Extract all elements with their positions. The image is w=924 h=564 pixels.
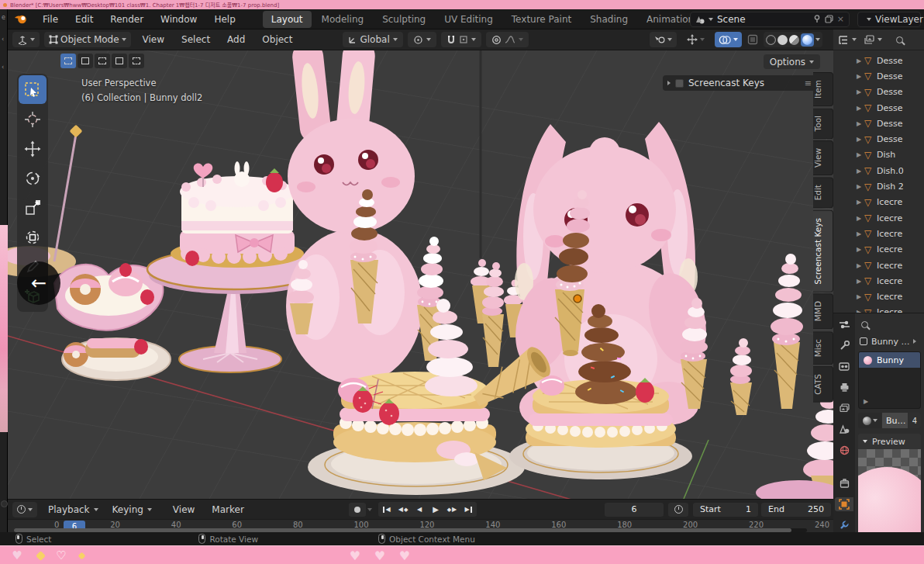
outliner-filter-icon[interactable]: [864, 35, 874, 44]
material-slot-active[interactable]: Bunny: [859, 352, 920, 368]
slot-list-expand-icon[interactable]: ▶: [864, 398, 868, 405]
outliner-item[interactable]: ▶ ▽ Icecre: [833, 273, 924, 289]
taskbar-heart-outline-icon[interactable]: ♡: [53, 546, 70, 564]
shading-rendered-active[interactable]: [801, 33, 814, 47]
outliner-item[interactable]: ▶ ▽ Icecre: [833, 289, 924, 304]
screencast-keys-checkbox[interactable]: [675, 79, 684, 88]
pin-icon[interactable]: [813, 15, 821, 23]
tool-select-box[interactable]: [19, 75, 47, 104]
tab-view-layer[interactable]: [835, 401, 853, 415]
sidebar-tab[interactable]: Item: [813, 72, 833, 106]
next-keyframe-button[interactable]: ◆▶: [444, 503, 460, 516]
window-titlebar[interactable]: Blender* [C:₩Users₩hww₩Desktop₩101 class…: [0, 0, 924, 9]
outliner-item[interactable]: ▶ ▽ Icecre: [833, 226, 924, 241]
sidebar-tab[interactable]: Edit: [813, 177, 833, 208]
material-browse-button[interactable]: [858, 413, 881, 428]
tab-world[interactable]: [835, 443, 853, 457]
outliner-item[interactable]: ▶ ▽ Icecre: [833, 242, 924, 258]
disclosure-arrow-icon[interactable]: ▶: [857, 293, 864, 300]
breadcrumb-object-name[interactable]: Bunny …: [871, 337, 909, 347]
timeline-menu[interactable]: Keying: [106, 502, 158, 517]
blender-logo-icon[interactable]: [14, 13, 28, 25]
taskbar-start-heart-icon[interactable]: ♥: [8, 546, 26, 564]
timeline-menu[interactable]: Playback: [42, 502, 105, 517]
screencast-keys-panel[interactable]: Screencast Keys ≡: [663, 75, 816, 91]
overlays-toggle[interactable]: [715, 32, 742, 47]
editor-type-button[interactable]: [835, 317, 853, 331]
disclosure-arrow-icon[interactable]: ▶: [857, 57, 864, 64]
select-mode-invert[interactable]: [112, 54, 127, 68]
tab-collection[interactable]: [835, 476, 853, 490]
disclosure-arrow-icon[interactable]: ▶: [857, 215, 864, 222]
sidebar-tab[interactable]: Screencast Keys: [813, 210, 833, 292]
viewport-menu-item[interactable]: Add: [220, 32, 252, 47]
preview-panel-header[interactable]: Preview: [858, 434, 921, 449]
prev-keyframe-button[interactable]: ◀◆: [395, 503, 411, 516]
outliner-item[interactable]: ▶ ▽ Dish.0: [833, 163, 924, 178]
shading-wireframe-icon[interactable]: [766, 35, 776, 45]
unlink-scene-icon[interactable]: ×: [837, 14, 844, 24]
outliner-item[interactable]: ▶ ▽ Icecre: [833, 195, 924, 210]
tab-modifiers[interactable]: [835, 518, 853, 532]
tool-move[interactable]: [19, 134, 47, 163]
disclosure-arrow-icon[interactable]: ▶: [857, 120, 864, 127]
use-preview-range-button[interactable]: [668, 503, 688, 517]
proportional-editing-button[interactable]: [486, 32, 529, 47]
outliner-item[interactable]: ▶ ▽ Icecre: [833, 305, 924, 313]
shading-material-icon[interactable]: [789, 35, 799, 45]
taskbar-app-heart-1[interactable]: ♥: [346, 546, 364, 564]
new-scene-icon[interactable]: [825, 15, 833, 23]
outliner-item[interactable]: ▶ ▽ Desse: [833, 85, 924, 100]
menu-item[interactable]: Render: [103, 12, 150, 27]
search-icon[interactable]: [896, 36, 903, 43]
outliner-tree-icon[interactable]: [838, 35, 849, 45]
frame-end-field[interactable]: End 250: [761, 503, 831, 517]
gizmos-dropdown[interactable]: [682, 32, 709, 47]
disclosure-arrow-icon[interactable]: ▶: [857, 183, 864, 190]
disclosure-arrow-icon[interactable]: ▶: [857, 136, 864, 143]
sidebar-tab[interactable]: Tool: [813, 108, 833, 139]
current-frame-field[interactable]: 6: [605, 503, 664, 517]
taskbar-sparkle-icon[interactable]: [33, 546, 48, 564]
visibility-dropdown[interactable]: [650, 32, 677, 47]
material-slot-list[interactable]: Bunny ▶: [858, 351, 921, 409]
3d-viewport[interactable]: User Perspective (6) Collection | Bunny …: [8, 50, 833, 499]
tab-scene[interactable]: [835, 422, 853, 436]
select-mode-extend[interactable]: [78, 54, 93, 68]
outliner-item[interactable]: ▶ ▽ Desse: [833, 100, 924, 116]
tab-render[interactable]: [835, 359, 853, 373]
tab-object[interactable]: [835, 497, 853, 511]
material-name-field[interactable]: Bu…: [882, 413, 908, 428]
editor-type-button[interactable]: [12, 32, 40, 47]
options-button[interactable]: Options: [764, 54, 820, 69]
outliner-item[interactable]: ▶ ▽ Dish: [833, 147, 924, 163]
menu-item[interactable]: File: [36, 12, 65, 27]
disclosure-arrow-icon[interactable]: ▶: [857, 151, 864, 158]
viewport-menu-item[interactable]: Object: [255, 32, 299, 47]
taskbar-app-heart-3[interactable]: ♥: [395, 546, 414, 564]
disclosure-arrow-icon[interactable]: ▶: [857, 246, 864, 253]
outliner-item[interactable]: ▶ ▽ Icecre: [833, 210, 924, 226]
disclosure-arrow-icon[interactable]: ▶: [857, 199, 864, 206]
workspace-tab[interactable]: Shading: [581, 11, 636, 28]
timeline-menu[interactable]: View: [166, 502, 202, 517]
auto-keying-button[interactable]: [349, 503, 366, 517]
disclosure-arrow-icon[interactable]: ▶: [857, 230, 864, 237]
timeline-menu[interactable]: Marker: [205, 502, 250, 517]
workspace-tab[interactable]: UV Editing: [436, 11, 502, 28]
tool-transform[interactable]: [19, 223, 47, 251]
outliner-item[interactable]: ▶ ▽ Desse: [833, 68, 924, 84]
outliner-item[interactable]: ▶ ▽ Desse: [833, 53, 924, 68]
outliner-item[interactable]: ▶ ▽ Desse: [833, 116, 924, 131]
disclosure-arrow-icon[interactable]: ▶: [857, 105, 864, 112]
workspace-tab[interactable]: Layout: [263, 11, 312, 28]
select-mode-intersect[interactable]: [129, 54, 144, 68]
tool-rotate[interactable]: [19, 164, 47, 192]
sidebar-tab[interactable]: CATS: [813, 366, 833, 403]
snap-pivot-button[interactable]: [408, 32, 436, 47]
snap-magnet-button[interactable]: [441, 32, 481, 47]
disclosure-arrow-icon[interactable]: ▶: [857, 88, 864, 95]
mode-selector[interactable]: Object Mode: [44, 32, 131, 47]
outliner-item[interactable]: ▶ ▽ Desse: [833, 131, 924, 147]
timeline-ruler[interactable]: 020406080100120140160180200220240 6: [8, 519, 833, 533]
